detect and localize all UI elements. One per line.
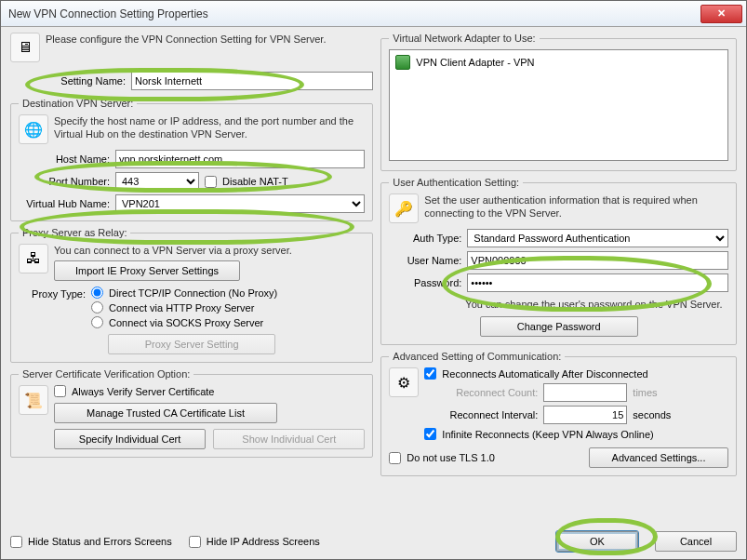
- reconnect-count-suffix: times: [633, 387, 657, 398]
- virtual-hub-select[interactable]: VPN201: [115, 194, 365, 213]
- hide-ip-check[interactable]: Hide IP Address Screens: [189, 536, 320, 548]
- auth-group: User Authentication Setting: 🔑 Set the u…: [380, 177, 737, 345]
- specify-cert-button[interactable]: Specify Individual Cert: [54, 429, 206, 449]
- host-name-label: Host Name:: [19, 153, 110, 165]
- proxy-http-radio[interactable]: Connect via HTTP Proxy Server: [91, 301, 365, 313]
- destination-desc: Specify the host name or IP address, and…: [54, 114, 365, 141]
- show-cert-button[interactable]: Show Individual Cert: [213, 429, 365, 449]
- intro-text: Please configure the VPN Connection Sett…: [46, 33, 373, 46]
- cert-group: Server Certificate Verification Option: …: [10, 368, 373, 458]
- hide-status-check[interactable]: Hide Status and Errors Screens: [10, 536, 172, 548]
- proxy-socks-radio[interactable]: Connect via SOCKS Proxy Server: [91, 316, 365, 328]
- cert-icon: 📜: [19, 385, 48, 415]
- proxy-direct-radio[interactable]: Direct TCP/IP Connection (No Proxy): [91, 287, 365, 299]
- hub-icon: 🌐: [19, 114, 48, 144]
- proxy-server-setting-button[interactable]: Proxy Server Setting: [108, 334, 275, 354]
- cancel-button[interactable]: Cancel: [655, 531, 737, 552]
- adapter-list[interactable]: VPN Client Adapter - VPN: [389, 49, 728, 161]
- proxy-icon: 🖧: [19, 244, 48, 273]
- auth-type-select[interactable]: Standard Password Authentication: [467, 229, 728, 247]
- user-name-input[interactable]: [467, 251, 728, 270]
- advanced-group: Advanced Setting of Communication: ⚙ Rec…: [380, 351, 737, 476]
- port-number-select[interactable]: 443: [115, 172, 199, 191]
- password-label: Password:: [389, 277, 461, 288]
- password-input[interactable]: [467, 273, 728, 292]
- setting-name-label: Setting Name:: [47, 75, 126, 87]
- proxy-legend: Proxy Server as Relay:: [19, 227, 130, 238]
- adapter-group: Virtual Network Adapter to Use: VPN Clie…: [380, 33, 737, 171]
- change-password-button[interactable]: Change Password: [480, 316, 638, 337]
- port-number-label: Port Number:: [19, 176, 110, 187]
- proxy-type-label: Proxy Type:: [19, 287, 86, 300]
- import-ie-proxy-button[interactable]: Import IE Proxy Server Settings: [54, 260, 240, 281]
- auth-legend: User Authentication Setting:: [389, 177, 523, 188]
- adapter-item[interactable]: VPN Client Adapter - VPN: [394, 54, 724, 71]
- auth-desc: Set the user authentication information …: [424, 193, 728, 220]
- manage-ca-button[interactable]: Manage Trusted CA Certificate List: [54, 403, 277, 423]
- adapter-icon: [395, 55, 410, 70]
- auth-note: You can change the user's password on th…: [465, 298, 728, 311]
- vpn-icon: 🖥: [10, 33, 40, 62]
- window-title: New VPN Connection Setting Properties: [8, 7, 700, 20]
- auth-icon: 🔑: [389, 193, 419, 223]
- close-button[interactable]: ✕: [700, 5, 742, 23]
- reconnect-interval-input[interactable]: [543, 406, 627, 424]
- advanced-settings-button[interactable]: Advanced Settings...: [589, 447, 728, 468]
- cert-legend: Server Certificate Verification Option:: [19, 368, 193, 380]
- virtual-hub-label: Virtual Hub Name:: [19, 198, 110, 209]
- proxy-desc: You can connect to a VPN Server via a pr…: [54, 244, 365, 257]
- adapter-legend: Virtual Network Adapter to Use:: [389, 33, 539, 44]
- reconnect-count-input[interactable]: [543, 383, 627, 402]
- reconnect-interval-suffix: seconds: [633, 409, 671, 420]
- ok-button[interactable]: OK: [556, 531, 638, 552]
- host-name-input[interactable]: [115, 150, 365, 168]
- reconnect-auto-check[interactable]: Reconnects Automatically After Disconnec…: [424, 367, 728, 380]
- destination-group: Destination VPN Server: 🌐 Specify the ho…: [10, 98, 373, 221]
- reconnect-count-label: Reconnect Count:: [424, 387, 538, 398]
- setting-name-input[interactable]: [131, 72, 373, 90]
- infinite-reconnects-check[interactable]: Infinite Reconnects (Keep VPN Always Onl…: [424, 428, 728, 440]
- gear-icon: ⚙: [389, 367, 419, 397]
- proxy-group: Proxy Server as Relay: 🖧 You can connect…: [10, 227, 373, 363]
- no-tls-check[interactable]: Do not use TLS 1.0: [389, 452, 495, 464]
- disable-natt-check[interactable]: Disable NAT-T: [205, 176, 288, 188]
- auth-type-label: Auth Type:: [389, 233, 461, 244]
- reconnect-interval-label: Reconnect Interval:: [424, 409, 538, 420]
- always-verify-check[interactable]: Always Verify Server Certificate: [54, 385, 365, 397]
- user-name-label: User Name:: [389, 255, 461, 266]
- destination-legend: Destination VPN Server:: [19, 98, 137, 109]
- advanced-legend: Advanced Setting of Communication:: [389, 351, 565, 362]
